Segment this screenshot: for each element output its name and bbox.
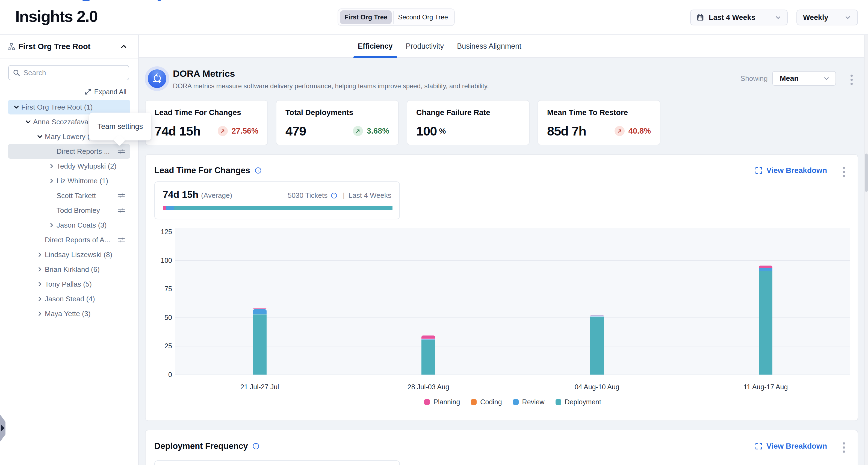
legend-swatch [471,399,476,405]
team-settings-icon[interactable] [117,206,125,214]
metric-title: Total Deployments [285,108,389,117]
chart-menu-kebab[interactable] [843,167,845,177]
tree-item-teddy-wylupski-2[interactable]: Teddy Wylupski (2) [8,159,130,174]
tree-item-label: Brian Kirkland (6) [45,265,100,274]
expand-icon [84,88,92,95]
date-range-select[interactable]: Last 4 Weeks [690,9,788,25]
team-settings-icon[interactable] [117,236,125,244]
bar-segment-deployment [422,340,435,375]
dora-section-title: DORA Metrics [173,68,235,79]
calendar-icon [696,13,704,22]
tooltip-text: Team settings [97,122,143,131]
chevron-up-icon[interactable] [120,42,128,51]
legend-item-planning[interactable]: Planning [424,398,460,406]
metric-card-mean-time-to-restore: Mean Time To Restore85d 7h40.8% [537,100,660,145]
tree-item-first-org-tree-root-1[interactable]: First Org Tree Root (1) [8,100,130,115]
info-icon[interactable] [252,443,259,450]
info-icon[interactable] [254,167,262,174]
bar-28-jul-03-aug[interactable] [422,336,435,375]
page-title: Insights 2.0 [15,7,97,25]
kebab-dot [843,175,845,177]
dora-menu-kebab[interactable] [850,74,853,85]
chart-card-title: Deployment Frequency [154,441,248,451]
sidebar-collapse-handle[interactable] [0,414,5,442]
org-tree-icon [8,43,15,50]
legend-item-review[interactable]: Review [513,398,545,406]
bar-segment-planning [759,266,772,268]
toggle-first-org-tree[interactable]: First Org Tree [340,10,392,24]
date-range-value: Last 4 Weeks [709,13,755,22]
legend-swatch [513,399,519,405]
legend-label: Coding [480,398,502,406]
tree-item-lindsay-liszewski-8[interactable]: Lindsay Liszewski (8) [8,247,130,262]
trend-up-icon [218,126,228,136]
metric-value: 100 [416,123,437,138]
metric-card-change-failure-rate: Change Failure Rate100% [407,100,530,145]
chart-menu-kebab[interactable] [843,442,845,453]
y-tick-label: 75 [150,285,172,293]
lead-time-distribution-bar [163,206,393,210]
tree-item-direct-reports-of-a[interactable]: Direct Reports of A... [8,232,130,247]
granularity-value: Weekly [803,13,828,22]
view-breakdown-link[interactable]: View Breakdown [755,166,827,175]
y-tick-label: 50 [150,313,172,321]
team-settings-icon[interactable] [117,147,125,155]
view-breakdown-link[interactable]: View Breakdown [755,442,827,451]
expand-all-button[interactable]: Expand All [84,87,126,97]
granularity-select[interactable]: Weekly [797,9,858,25]
chevron-right-icon[interactable] [35,310,45,317]
tree-item-jason-stead-4[interactable]: Jason Stead (4) [8,291,130,306]
bar-21-jul-27-jul[interactable] [253,308,267,375]
search-input[interactable] [24,69,125,77]
chevron-right-icon[interactable] [47,177,57,184]
tree-item-label: Scott Tarkett [57,191,96,200]
tree-item-maya-yette-3[interactable]: Maya Yette (3) [8,306,130,321]
chevron-down-icon[interactable] [23,118,33,126]
tree-item-direct-reports[interactable]: Direct Reports ... [8,144,130,159]
tab-efficiency[interactable]: Efficiency [357,35,393,58]
bar-11-aug-17-aug[interactable] [759,266,772,375]
chevron-right-icon[interactable] [47,222,57,229]
chevron-right-icon[interactable] [35,295,45,303]
chevron-right-icon[interactable] [35,266,45,273]
tree-item-scott-tarkett[interactable]: Scott Tarkett [8,188,130,203]
view-breakdown-label: View Breakdown [766,166,827,175]
chevron-down-icon[interactable] [35,133,45,141]
tree-item-liz-whittome-1[interactable]: Liz Whittome (1) [8,174,130,188]
metric-value: 479 [285,123,306,138]
legend-item-deployment[interactable]: Deployment [556,398,601,406]
tree-item-brian-kirkland-6[interactable]: Brian Kirkland (6) [8,262,130,277]
legend-label: Deployment [565,398,601,406]
tree-item-label: Tony Pallas (5) [45,280,92,288]
gridline-50 [175,317,850,318]
search-icon [12,69,20,76]
distribution-segment-deployment [174,206,393,210]
chevron-down-icon[interactable] [11,103,21,111]
legend-swatch [556,399,561,405]
tab-business-alignment[interactable]: Business Alignment [456,35,522,58]
scrollbar-thumb[interactable] [865,154,868,192]
tree-item-tony-pallas-5[interactable]: Tony Pallas (5) [8,277,130,291]
info-icon[interactable] [331,192,337,199]
team-settings-icon[interactable] [117,191,125,200]
dora-section-description: DORA metrics measure software delivery p… [173,82,489,90]
showing-select[interactable]: Mean [772,71,836,86]
page-scrollbar[interactable] [864,35,868,465]
tree-item-label: Teddy Wylupski (2) [57,162,116,170]
toggle-second-org-tree[interactable]: Second Org Tree [394,10,452,24]
tree-item-label: Liz Whittome (1) [57,177,108,185]
chevron-right-icon[interactable] [47,162,57,170]
bar-04-aug-10-aug[interactable] [590,315,604,375]
chevron-right-icon[interactable] [35,281,45,288]
chart-legend: PlanningCodingReviewDeployment [175,398,850,406]
metric-delta: 27.56% [231,126,258,135]
chevron-right-icon[interactable] [35,251,45,258]
kebab-dot [843,451,845,453]
tree-item-jason-coats-3[interactable]: Jason Coats (3) [8,218,130,232]
metric-card-lead-time-for-changes: Lead Time For Changes74d 15h27.56% [145,100,268,145]
tree-item-label: Mary Lowery ( [45,132,90,141]
tab-productivity[interactable]: Productivity [405,35,445,58]
tree-item-todd-bromley[interactable]: Todd Bromley [8,203,130,218]
legend-item-coding[interactable]: Coding [471,398,502,406]
axis-baseline [175,375,850,375]
